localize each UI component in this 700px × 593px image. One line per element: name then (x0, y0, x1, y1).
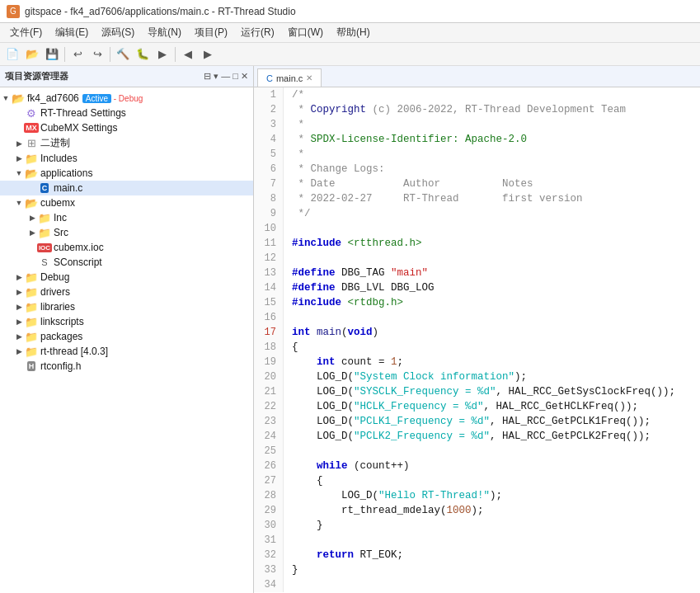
tree-item-libraries[interactable]: ▶📁libraries (0, 299, 253, 314)
tree-item-sconscript2[interactable]: SSConscript (0, 255, 253, 270)
tree-icon-folder: 📁 (25, 330, 38, 343)
menu-item[interactable]: 源码(S) (95, 24, 141, 41)
tree-item-binary[interactable]: ▶⊞二进制 (0, 135, 253, 151)
code-line: 17 int main(void) (254, 325, 700, 340)
tree-icon-folder: 📁 (25, 285, 38, 299)
toolbar-redo[interactable]: ↪ (88, 45, 106, 64)
code-line: 3 * (254, 117, 700, 132)
toolbar-save[interactable]: 💾 (43, 45, 61, 64)
tree-label: RT-Thread Settings (40, 107, 126, 119)
tree-item-linkscripts[interactable]: ▶📁linkscripts (0, 314, 253, 329)
tree-label: 二进制 (40, 136, 70, 150)
sidebar-min-icon[interactable]: — (221, 71, 230, 82)
code-line: 6 * Change Logs: (254, 162, 700, 176)
tree-item-cubemx-settings[interactable]: MXCubeMX Settings (0, 120, 253, 135)
tab-file-icon: C (266, 73, 273, 83)
tree-item-rt-settings[interactable]: ⚙RT-Thread Settings (0, 106, 253, 120)
menu-item[interactable]: 编辑(E) (49, 24, 95, 41)
code-line: 28 LOG_D("Hello RT-Thread!"); (254, 488, 700, 503)
tree-label: drivers (40, 286, 70, 298)
toolbar-back[interactable]: ◀ (179, 45, 197, 64)
tree-arrow: ▶ (13, 288, 25, 296)
tree-item-packages[interactable]: ▶📁packages (0, 329, 253, 344)
tree-item-inc[interactable]: ▶📁Inc (0, 210, 253, 225)
menu-item[interactable]: 导航(N) (141, 24, 188, 41)
code-line: 12 (254, 251, 700, 266)
code-editor[interactable]: 1 /* 2 * Copyright (c) 2006-2022, RT-Thr… (254, 87, 700, 593)
menu-item[interactable]: 项目(P) (188, 24, 234, 41)
tree-icon-file-ioc: IOC (38, 241, 51, 254)
tree-item-main-c[interactable]: Cmain.c (0, 181, 253, 195)
code-line: 33 } (254, 562, 700, 577)
tree-label: cubemx.ioc (54, 242, 104, 253)
toolbar-undo[interactable]: ↩ (68, 45, 87, 64)
toolbar-run[interactable]: ▶ (153, 45, 171, 64)
tree-icon-mx: MX (25, 121, 38, 134)
tree-icon-file-h: H (25, 360, 38, 373)
code-line: 24 LOG_D("PCLK2_Frequency = %d", HAL_RCC… (254, 429, 700, 444)
sidebar-close-icon[interactable]: ✕ (241, 71, 248, 82)
toolbar-build[interactable]: 🔨 (114, 45, 132, 64)
code-line: 32 return RT_EOK; (254, 548, 700, 562)
tree-label: main.c (54, 182, 82, 194)
tree-arrow: ▶ (13, 303, 25, 311)
tree-label: applications (40, 167, 92, 179)
code-line: 29 rt_thread_mdelay(1000); (254, 503, 700, 518)
toolbar-open[interactable]: 📂 (23, 45, 41, 64)
menu-item[interactable]: 窗口(W) (281, 24, 330, 41)
code-line: 31 (254, 533, 700, 548)
title-bar: G gitspace - fk4_ad7606/applications/mai… (0, 0, 700, 23)
menu-item[interactable]: 帮助(H) (330, 24, 377, 41)
sidebar-header-icons: ⊟ ▾ — □ ✕ (204, 71, 248, 82)
tree-label: fk4_ad7606 (27, 92, 79, 104)
sidebar-menu-icon[interactable]: ▾ (214, 71, 218, 82)
code-line: 34 (254, 577, 700, 592)
sidebar-max-icon[interactable]: □ (233, 71, 238, 82)
tree-item-rtconfig[interactable]: Hrtconfig.h (0, 359, 253, 374)
code-line: 18 { (254, 340, 700, 355)
tree-item-includes[interactable]: ▶📁Includes (0, 151, 253, 166)
tree-item-debug[interactable]: ▶📁Debug (0, 270, 253, 285)
menu-item[interactable]: 文件(F) (3, 24, 49, 41)
editor-tab-main-c[interactable]: C main.c ✕ (257, 68, 322, 87)
tree-icon-folder: 📁 (25, 271, 38, 284)
tree-icon-file-c: C (38, 181, 51, 195)
code-line: 21 LOG_D("SYSCLK_Frequency = %d", HAL_RC… (254, 384, 700, 399)
tree-icon-folder: 📁 (25, 345, 38, 358)
tree-icon-folder: 📁 (25, 315, 38, 328)
window-title: gitspace - fk4_ad7606/applications/main.… (25, 6, 296, 17)
tree-arrow: ▼ (13, 199, 25, 207)
toolbar-sep-3 (175, 47, 176, 62)
toolbar-debug[interactable]: 🐛 (134, 45, 152, 64)
tree-icon-settings: ⚙ (25, 106, 38, 120)
code-line: 23 LOG_D("PCLK1_Frequency = %d", HAL_RCC… (254, 414, 700, 429)
tree-item-cubemx-ioc[interactable]: IOCcubemx.ioc (0, 240, 253, 255)
tab-close-btn[interactable]: ✕ (306, 73, 312, 82)
toolbar-forward[interactable]: ▶ (199, 45, 217, 64)
code-line: 16 (254, 310, 700, 325)
tree-label: Src (54, 227, 68, 238)
tree-arrow: ▼ (13, 169, 25, 177)
tree-arrow: ▶ (26, 214, 38, 222)
tree-label: linkscripts (40, 316, 84, 327)
tree-label: libraries (40, 301, 75, 313)
tree-item-src[interactable]: ▶📁Src (0, 225, 253, 240)
tree-item-applications[interactable]: ▼📂applications (0, 166, 253, 181)
tree-arrow: ▶ (13, 154, 25, 162)
tree-item-rt-thread[interactable]: ▶📁rt-thread [4.0.3] (0, 344, 253, 359)
code-line: 25 (254, 444, 700, 459)
app-icon: G (7, 5, 20, 18)
tree-badge: Active - Debug (82, 94, 143, 103)
tree-item-root[interactable]: ▼📂fk4_ad7606Active - Debug (0, 91, 253, 106)
menu-item[interactable]: 运行(R) (234, 24, 281, 41)
sidebar-collapse-icon[interactable]: ⊟ (204, 71, 211, 82)
menu-bar: 文件(F)编辑(E)源码(S)导航(N)项目(P)运行(R)窗口(W)帮助(H) (0, 23, 700, 43)
code-line: 20 LOG_D("System Clock information"); (254, 369, 700, 384)
code-line: 9 */ (254, 206, 700, 221)
tree-item-drivers[interactable]: ▶📁drivers (0, 285, 253, 299)
tree-label: Inc (54, 212, 67, 224)
tree-item-cubemx[interactable]: ▼📂cubemx (0, 195, 253, 210)
tree-label: Includes (40, 153, 78, 164)
toolbar-new[interactable]: 📄 (3, 45, 21, 64)
toolbar: 📄 📂 💾 ↩ ↪ 🔨 🐛 ▶ ◀ ▶ (0, 43, 700, 66)
